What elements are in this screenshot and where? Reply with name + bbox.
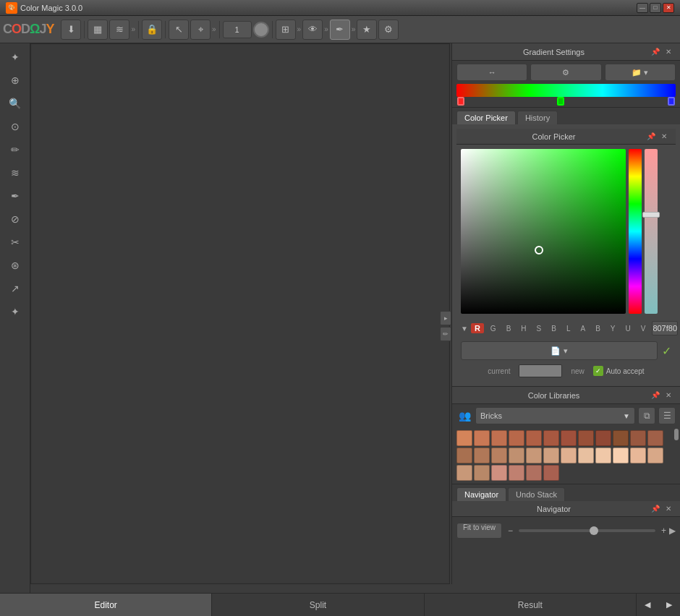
toolbar-gear-btn[interactable]: ⚙ bbox=[378, 20, 399, 40]
color-swatch[interactable] bbox=[595, 430, 611, 446]
color-swatch[interactable] bbox=[526, 465, 542, 481]
toolbar-more-4[interactable]: » bbox=[324, 25, 328, 33]
cp-auto-accept-checkbox[interactable]: ✓ bbox=[593, 366, 603, 376]
cp-expand-arrow[interactable]: ▼ bbox=[461, 325, 468, 333]
minimize-button[interactable]: — bbox=[637, 3, 648, 13]
sidebar-tool-5[interactable]: ✏ bbox=[4, 139, 26, 161]
cp-channel-a[interactable]: A bbox=[577, 324, 589, 333]
toolbar-star-btn[interactable]: ★ bbox=[357, 20, 377, 40]
nav-zoom-slider[interactable] bbox=[519, 529, 655, 532]
cl-library-dropdown[interactable]: Bricks ▼ bbox=[475, 407, 635, 424]
color-swatch[interactable] bbox=[561, 430, 577, 446]
color-picker-close-btn[interactable]: ✕ bbox=[658, 131, 670, 142]
toolbar-pen-btn[interactable]: ✒ bbox=[330, 20, 350, 40]
gradient-settings-close-btn[interactable]: ✕ bbox=[663, 46, 674, 58]
cp-channel-b2[interactable]: B bbox=[548, 324, 560, 333]
toolbar-more-1[interactable]: » bbox=[131, 25, 135, 33]
toolbar-cursor-btn[interactable]: ↖ bbox=[169, 20, 189, 40]
toolbar-more-2[interactable]: » bbox=[212, 25, 216, 33]
maximize-button[interactable]: □ bbox=[650, 3, 661, 13]
navigator-close-btn[interactable]: ✕ bbox=[663, 503, 674, 515]
toolbar-wifi-btn[interactable]: ≋ bbox=[109, 20, 129, 40]
color-swatch[interactable] bbox=[474, 448, 490, 463]
nav-zoom-arrow-icon[interactable]: ▶ bbox=[669, 526, 676, 536]
color-swatch[interactable] bbox=[578, 430, 594, 446]
toolbar-more-3[interactable]: » bbox=[297, 25, 302, 33]
cl-copy-btn[interactable]: ⧉ bbox=[638, 407, 655, 424]
gradient-tab-1[interactable]: ↔ bbox=[456, 64, 527, 81]
sidebar-tool-12[interactable]: ✦ bbox=[4, 301, 26, 322]
color-swatch[interactable] bbox=[526, 430, 542, 446]
color-swatch[interactable] bbox=[578, 448, 594, 463]
sidebar-tool-8[interactable]: ⊘ bbox=[4, 208, 26, 230]
color-swatch[interactable] bbox=[647, 430, 663, 446]
close-button[interactable]: ✕ bbox=[663, 3, 674, 13]
sidebar-tool-10[interactable]: ⊛ bbox=[4, 254, 26, 276]
nav-slider-thumb[interactable] bbox=[590, 526, 598, 535]
color-swatch[interactable] bbox=[491, 448, 507, 463]
gradient-tab-2[interactable]: ⚙ bbox=[530, 64, 601, 81]
cl-menu-btn[interactable]: ☰ bbox=[658, 407, 676, 424]
panel-expand-btn-1[interactable]: ▸ bbox=[440, 311, 451, 325]
color-libraries-pin-btn[interactable]: 📌 bbox=[650, 390, 661, 401]
cl-scrollbar[interactable] bbox=[674, 427, 679, 484]
color-swatch[interactable] bbox=[630, 430, 646, 446]
color-swatch[interactable] bbox=[526, 448, 542, 463]
color-swatch[interactable] bbox=[509, 465, 524, 481]
cp-save-btn[interactable]: 📄 ▾ bbox=[461, 341, 658, 360]
cp-channel-r[interactable]: R bbox=[471, 323, 484, 333]
sidebar-tool-2[interactable]: ⊕ bbox=[4, 69, 26, 91]
toolbar-eye-btn[interactable]: 👁 bbox=[302, 20, 323, 40]
cp-channel-v[interactable]: V bbox=[637, 324, 650, 333]
gradient-marker-right[interactable] bbox=[668, 97, 675, 106]
color-swatch[interactable] bbox=[509, 430, 524, 446]
color-swatch[interactable] bbox=[543, 448, 559, 463]
color-swatch[interactable] bbox=[456, 448, 472, 463]
cp-channel-u[interactable]: U bbox=[621, 324, 634, 333]
bottom-nav-left[interactable]: ◀ bbox=[637, 594, 658, 616]
cp-channel-h[interactable]: H bbox=[517, 324, 530, 333]
color-swatch[interactable] bbox=[613, 448, 629, 463]
gradient-tab-3[interactable]: 📁 ▾ bbox=[605, 64, 676, 81]
hue-bar[interactable] bbox=[629, 149, 642, 314]
sidebar-tool-9[interactable]: ✂ bbox=[4, 231, 26, 253]
color-libraries-close-btn[interactable]: ✕ bbox=[663, 390, 674, 401]
color-swatch[interactable] bbox=[491, 430, 507, 446]
cp-channel-g[interactable]: G bbox=[487, 324, 500, 333]
cp-channel-b[interactable]: B bbox=[503, 324, 515, 333]
color-swatch[interactable] bbox=[474, 465, 490, 481]
color-swatch[interactable] bbox=[491, 465, 507, 481]
color-swatch[interactable] bbox=[595, 448, 611, 463]
toolbar-lock-btn[interactable]: 🔒 bbox=[142, 20, 162, 40]
color-swatch[interactable] bbox=[630, 448, 646, 463]
cp-hex-input[interactable]: 807f80 bbox=[652, 321, 678, 335]
sidebar-tool-6[interactable]: ≋ bbox=[4, 162, 26, 184]
nav-zoom-minus-icon[interactable]: − bbox=[508, 526, 513, 536]
cp-channel-y[interactable]: Y bbox=[607, 324, 619, 333]
toolbar-more-5[interactable]: » bbox=[352, 25, 356, 33]
gradient-marker-mid[interactable] bbox=[557, 97, 564, 106]
sidebar-tool-3[interactable]: 🔍 bbox=[4, 93, 26, 114]
cp-channel-l[interactable]: L bbox=[563, 324, 574, 333]
gradient-bar-container[interactable] bbox=[456, 84, 676, 104]
color-swatch[interactable] bbox=[613, 430, 629, 446]
sidebar-tool-1[interactable]: ✦ bbox=[4, 46, 26, 68]
tab-undo-stack[interactable]: Undo Stack bbox=[508, 487, 565, 501]
nav-fit-to-view-btn[interactable]: Fit to view bbox=[456, 523, 502, 539]
color-swatch[interactable] bbox=[474, 430, 490, 446]
tab-result[interactable]: Result bbox=[425, 594, 637, 616]
canvas-area[interactable] bbox=[30, 43, 450, 584]
panel-expand-btn-2[interactable]: ✏ bbox=[440, 327, 451, 341]
tab-editor[interactable]: Editor bbox=[0, 594, 212, 616]
cp-channel-b3[interactable]: B bbox=[592, 324, 604, 333]
color-swatch[interactable] bbox=[543, 430, 559, 446]
alpha-bar[interactable] bbox=[645, 149, 658, 314]
toolbar-lasso-btn[interactable]: ⌖ bbox=[190, 20, 211, 40]
tab-color-picker[interactable]: Color Picker bbox=[456, 111, 516, 124]
tab-history[interactable]: History bbox=[517, 111, 558, 124]
color-swatch[interactable] bbox=[509, 448, 524, 463]
color-swatch[interactable] bbox=[456, 465, 472, 481]
tab-navigator[interactable]: Navigator bbox=[456, 487, 506, 501]
gradient-settings-pin-btn[interactable]: 📌 bbox=[650, 46, 661, 58]
nav-zoom-plus-icon[interactable]: + bbox=[661, 526, 666, 536]
